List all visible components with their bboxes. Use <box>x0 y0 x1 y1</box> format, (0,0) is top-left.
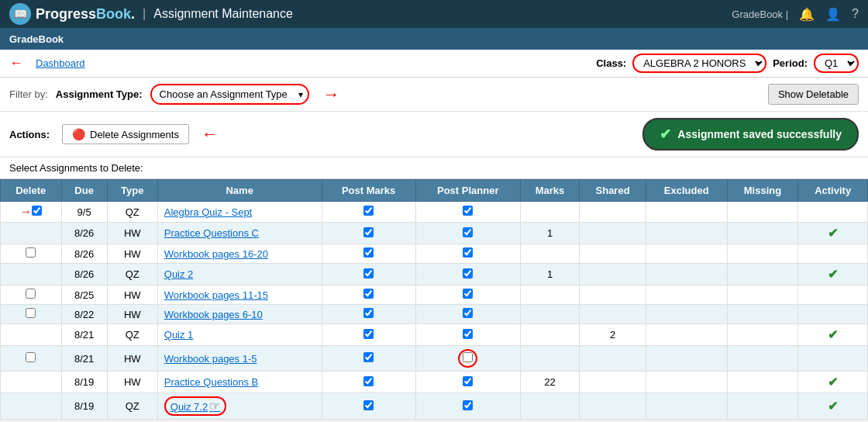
assignment-link[interactable]: Practice Questions C <box>164 227 259 239</box>
missing-cell <box>727 223 798 244</box>
post-marks-cell[interactable] <box>322 244 415 264</box>
shared-cell <box>580 244 646 264</box>
name-cell[interactable]: Workbook pages 6-10 <box>157 305 322 324</box>
post-planner-cell[interactable] <box>415 393 520 420</box>
name-cell[interactable]: Quiz 1 <box>157 324 322 346</box>
post-planner-checkbox[interactable] <box>463 247 473 258</box>
post-planner-cell[interactable] <box>415 244 520 264</box>
post-planner-circled[interactable] <box>458 349 477 368</box>
name-cell[interactable]: Quiz 7.2 <box>157 393 322 420</box>
user-icon[interactable]: 👤 <box>825 7 841 22</box>
assignment-link[interactable]: Quiz 2 <box>164 268 194 280</box>
post-marks-cell[interactable] <box>322 393 415 420</box>
post-marks-checkbox[interactable] <box>363 352 374 362</box>
assignment-link[interactable]: Quiz 1 <box>164 329 194 341</box>
shared-cell <box>580 346 646 372</box>
gradebook-link[interactable]: GradeBook | <box>732 9 788 20</box>
post-planner-cell[interactable] <box>415 305 520 324</box>
logo-text: ProgressBook. <box>36 6 135 22</box>
period-select[interactable]: Q1 <box>814 54 859 73</box>
delete-cell[interactable] <box>1 244 62 264</box>
post-marks-cell[interactable] <box>322 346 415 372</box>
activity-cell: ✔ <box>798 393 868 420</box>
class-select[interactable]: ALGEBRA 2 HONORS <box>632 54 766 73</box>
delete-cell[interactable]: → <box>1 202 62 223</box>
delete-cell[interactable] <box>1 324 62 346</box>
post-marks-checkbox[interactable] <box>363 247 374 258</box>
assignment-link[interactable]: Workbook pages 11-15 <box>164 289 268 301</box>
delete-cell[interactable] <box>1 305 62 324</box>
name-cell[interactable]: Practice Questions B <box>157 372 322 393</box>
post-marks-checkbox[interactable] <box>363 400 374 410</box>
delete-checkbox[interactable] <box>26 308 36 318</box>
type-cell: QZ <box>107 202 157 223</box>
name-cell[interactable]: Workbook pages 1-5 <box>157 346 322 372</box>
post-planner-cell[interactable] <box>415 202 520 223</box>
post-marks-cell[interactable] <box>322 223 415 244</box>
type-cell: HW <box>107 223 157 244</box>
name-cell[interactable]: Alegbra Quiz - Sept <box>157 202 322 223</box>
activity-checkmark: ✔ <box>828 227 838 240</box>
post-marks-cell[interactable] <box>322 372 415 393</box>
assignment-link[interactable]: Practice Questions B <box>164 376 258 388</box>
help-icon[interactable]: ? <box>852 7 859 21</box>
show-deletable-button[interactable]: Show Deletable <box>768 84 859 105</box>
post-planner-checkbox[interactable] <box>463 376 473 386</box>
post-planner-cell[interactable] <box>415 346 520 372</box>
assignment-link[interactable]: Workbook pages 6-10 <box>164 309 263 320</box>
post-planner-cell[interactable] <box>415 372 520 393</box>
delete-checkbox[interactable] <box>26 289 36 299</box>
post-marks-checkbox[interactable] <box>363 308 374 318</box>
delete-checkbox[interactable] <box>26 352 36 362</box>
delete-cell[interactable] <box>1 264 62 285</box>
post-marks-checkbox[interactable] <box>363 268 374 278</box>
name-cell[interactable]: Workbook pages 11-15 <box>157 285 322 305</box>
post-planner-checkbox[interactable] <box>463 289 473 299</box>
activity-cell <box>798 202 868 223</box>
post-planner-checkbox[interactable] <box>463 308 473 318</box>
delete-cell[interactable] <box>1 346 62 372</box>
post-marks-checkbox[interactable] <box>363 206 374 216</box>
delete-cell[interactable] <box>1 393 62 420</box>
post-planner-checkbox[interactable] <box>463 268 473 278</box>
assignment-link[interactable]: Quiz 7.2 <box>164 396 226 416</box>
post-marks-cell[interactable] <box>322 264 415 285</box>
assignment-link[interactable]: Alegbra Quiz - Sept <box>164 206 252 218</box>
post-planner-cell[interactable] <box>415 223 520 244</box>
post-marks-cell[interactable] <box>322 305 415 324</box>
bell-icon[interactable]: 🔔 <box>799 7 815 22</box>
post-marks-checkbox[interactable] <box>363 289 374 299</box>
post-marks-cell[interactable] <box>322 324 415 346</box>
activity-checkmark: ✔ <box>828 400 838 413</box>
name-cell[interactable]: Quiz 2 <box>157 264 322 285</box>
post-planner-cell[interactable] <box>415 285 520 305</box>
delete-cell[interactable] <box>1 223 62 244</box>
post-marks-checkbox[interactable] <box>363 227 374 237</box>
post-marks-checkbox[interactable] <box>363 329 374 339</box>
delete-cell[interactable] <box>1 372 62 393</box>
dashboard-link[interactable]: Dashboard <box>36 57 85 69</box>
col-excluded: Excluded <box>646 180 727 202</box>
delete-checkbox[interactable] <box>26 247 36 258</box>
name-cell[interactable]: Workbook pages 16-20 <box>157 244 322 264</box>
post-planner-checkbox[interactable] <box>463 400 473 410</box>
missing-cell <box>727 346 798 372</box>
post-marks-cell[interactable] <box>322 285 415 305</box>
post-planner-checkbox[interactable] <box>463 227 473 237</box>
delete-assignments-button[interactable]: 🔴 Delete Assignments <box>62 124 189 144</box>
period-label: Period: <box>773 57 808 69</box>
post-planner-checkbox[interactable] <box>463 352 473 362</box>
post-planner-cell[interactable] <box>415 324 520 346</box>
post-marks-cell[interactable] <box>322 202 415 223</box>
delete-checkbox[interactable] <box>32 206 42 216</box>
post-marks-checkbox[interactable] <box>363 376 374 386</box>
name-cell[interactable]: Practice Questions C <box>157 223 322 244</box>
assignment-link[interactable]: Workbook pages 1-5 <box>164 353 257 365</box>
due-cell: 8/21 <box>61 324 107 346</box>
post-planner-checkbox[interactable] <box>463 329 473 339</box>
post-planner-cell[interactable] <box>415 264 520 285</box>
assignment-link[interactable]: Workbook pages 16-20 <box>164 248 268 260</box>
post-planner-checkbox[interactable] <box>463 206 473 216</box>
assignment-type-select[interactable]: Choose an Assignment Type <box>150 84 309 105</box>
delete-cell[interactable] <box>1 285 62 305</box>
